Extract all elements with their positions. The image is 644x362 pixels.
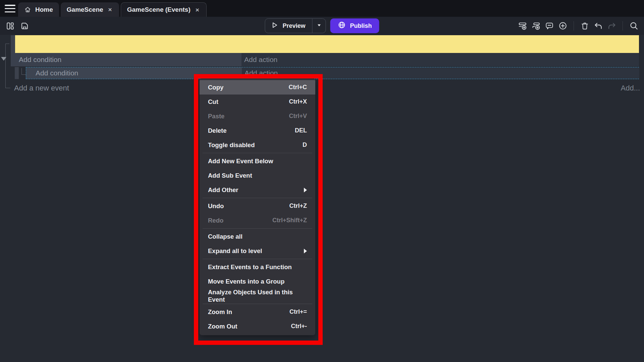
conditions-cell[interactable]: Add condition xyxy=(26,67,242,79)
menu-item-zoom-in[interactable]: Zoom In Ctrl+= xyxy=(200,305,315,319)
menu-separator xyxy=(203,153,312,153)
menu-separator xyxy=(203,259,312,259)
menu-separator xyxy=(203,228,312,229)
toolbar-divider xyxy=(623,21,623,31)
menu-item-expand-all-to-level[interactable]: Expand all to level xyxy=(200,244,315,258)
menu-item-copy[interactable]: Copy Ctrl+C xyxy=(200,80,315,95)
close-tab-icon[interactable]: × xyxy=(195,6,200,14)
caret-down-icon xyxy=(316,22,322,29)
search-icon[interactable] xyxy=(629,21,639,31)
submenu-arrow-icon xyxy=(304,249,307,253)
menu-separator xyxy=(203,198,312,198)
add-overflow-link[interactable]: Add... xyxy=(621,84,640,93)
tab-strip: Home GameScene × GameScene (Events) × xyxy=(18,2,207,17)
preview-button-group: Preview xyxy=(265,18,326,33)
event-tree-line xyxy=(5,81,10,88)
selection-outline: Add condition Add action xyxy=(26,67,639,79)
add-condition-link[interactable]: Add condition xyxy=(11,56,61,64)
play-icon xyxy=(270,21,278,31)
shortcut-label: Ctrl+C xyxy=(288,84,307,91)
shortcut-label: Ctrl+X xyxy=(289,98,307,105)
menu-item-analyze-objects[interactable]: Analyze Objects Used in this Event xyxy=(200,289,315,303)
menu-item-extract-events-to-function[interactable]: Extract Events to a Function xyxy=(200,260,315,274)
home-icon xyxy=(24,6,31,13)
choose-event-icon[interactable] xyxy=(558,21,568,31)
conditions-cell[interactable]: Add condition xyxy=(11,53,241,66)
menu-item-redo[interactable]: Redo Ctrl+Shift+Z xyxy=(200,213,315,228)
main-menu-icon[interactable] xyxy=(5,5,15,12)
close-tab-icon[interactable]: × xyxy=(107,6,113,13)
menu-item-toggle-disabled[interactable]: Toggle disabled D xyxy=(200,138,315,152)
submenu-arrow-icon xyxy=(304,188,307,192)
menu-item-delete[interactable]: Delete DEL xyxy=(200,123,315,138)
project-manager-icon[interactable] xyxy=(5,21,15,31)
delete-icon[interactable] xyxy=(580,21,590,31)
shortcut-label: Ctrl+- xyxy=(291,323,307,330)
add-new-event-link[interactable]: Add a new event xyxy=(14,84,69,93)
tab-label: Home xyxy=(35,6,53,13)
tab-label: GameScene xyxy=(67,6,103,13)
tab-bar: Home GameScene × GameScene (Events) × xyxy=(0,0,644,17)
shortcut-label: Ctrl+= xyxy=(289,308,307,315)
subevent-row-selected: Add condition Add action xyxy=(0,67,644,79)
menu-item-cut[interactable]: Cut Ctrl+X xyxy=(200,95,315,109)
menu-item-paste[interactable]: Paste Ctrl+V xyxy=(200,109,315,123)
actions-cell[interactable]: Add action xyxy=(242,67,639,79)
comment-block[interactable] xyxy=(15,35,639,53)
toolbar-center-cluster: Preview Publish xyxy=(265,18,379,33)
add-event-icon[interactable] xyxy=(518,21,527,31)
toolbar-right-cluster xyxy=(518,17,639,35)
toolbar-left-cluster xyxy=(5,17,30,35)
shortcut-label: Ctrl+Z xyxy=(289,202,307,209)
shortcut-label: Ctrl+Shift+Z xyxy=(272,217,307,224)
menu-item-undo[interactable]: Undo Ctrl+Z xyxy=(200,199,315,213)
menu-separator xyxy=(203,304,312,304)
tab-gamescene[interactable]: GameScene × xyxy=(61,2,119,17)
shortcut-label: DEL xyxy=(295,127,307,134)
undo-icon[interactable] xyxy=(593,21,603,31)
add-subevent-icon[interactable] xyxy=(531,21,541,31)
tab-gamescene-events[interactable]: GameScene (Events) × xyxy=(121,2,207,17)
redo-icon[interactable] xyxy=(607,21,616,31)
event-row: Add condition Add action xyxy=(0,53,644,66)
add-action-link[interactable]: Add action xyxy=(242,69,278,77)
preview-label: Preview xyxy=(282,22,305,29)
publish-label: Publish xyxy=(350,22,372,29)
tab-home[interactable]: Home xyxy=(18,2,59,17)
tab-label: GameScene (Events) xyxy=(127,6,191,13)
save-icon[interactable] xyxy=(20,21,30,31)
actions-cell[interactable]: Add action xyxy=(241,53,639,66)
preview-button[interactable]: Preview xyxy=(265,19,312,33)
events-toolbar: Preview Publish xyxy=(0,17,644,35)
preview-options-button[interactable] xyxy=(312,19,326,33)
event-gutter[interactable] xyxy=(11,35,15,53)
shortcut-label: Ctrl+V xyxy=(289,113,307,120)
menu-item-add-new-event-below[interactable]: Add New Event Below xyxy=(200,154,315,168)
menu-item-add-other[interactable]: Add Other xyxy=(200,183,315,197)
globe-icon xyxy=(338,21,346,31)
add-condition-link[interactable]: Add condition xyxy=(26,69,78,77)
events-sheet: Add condition Add action Add condition A… xyxy=(0,35,644,362)
menu-item-add-sub-event[interactable]: Add Sub Event xyxy=(200,168,315,183)
add-action-link[interactable]: Add action xyxy=(241,56,277,64)
menu-item-collapse-all[interactable]: Collapse all xyxy=(200,229,315,244)
add-comment-icon[interactable] xyxy=(544,21,554,31)
toolbar-divider xyxy=(574,21,574,31)
publish-button[interactable]: Publish xyxy=(330,18,379,33)
shortcut-label: D xyxy=(303,141,307,148)
context-menu: Copy Ctrl+C Cut Ctrl+X Paste Ctrl+V Dele… xyxy=(200,78,315,335)
menu-item-zoom-out[interactable]: Zoom Out Ctrl+- xyxy=(200,319,315,334)
menu-item-move-events-into-group[interactable]: Move Events into a Group xyxy=(200,274,315,289)
